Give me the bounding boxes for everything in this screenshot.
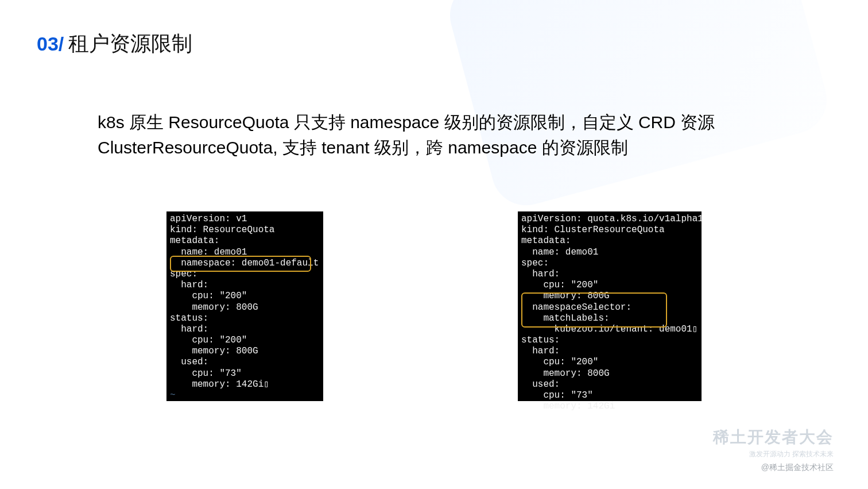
slide-title: 租户资源限制	[68, 30, 192, 58]
code-block-clusterresourcequota: apiVersion: quota.k8s.io/v1alpha1 kind: …	[518, 211, 702, 401]
watermark: 稀土开发者大会 激发开源动力 探索技术未来 @稀土掘金技术社区	[713, 426, 834, 473]
code-block-resourcequota: apiVersion: v1 kind: ResourceQuota metad…	[166, 211, 323, 401]
watermark-sub: 激发开源动力 探索技术未来	[713, 449, 834, 459]
code-container: apiVersion: v1 kind: ResourceQuota metad…	[98, 211, 770, 401]
watermark-attr: @稀土掘金技术社区	[713, 463, 834, 473]
slide-number: 03/	[37, 33, 64, 55]
watermark-main: 稀土开发者大会	[713, 426, 834, 448]
code-text-left: apiVersion: v1 kind: ResourceQuota metad…	[170, 214, 319, 390]
code-text-right: apiVersion: quota.k8s.io/v1alpha1 kind: …	[521, 214, 703, 411]
description-text: k8s 原生 ResourceQuota 只支持 namespace 级别的资源…	[98, 110, 770, 160]
tilde-marker: ~	[170, 390, 176, 401]
slide-content: k8s 原生 ResourceQuota 只支持 namespace 级别的资源…	[0, 58, 868, 401]
slide-header: 03/ 租户资源限制	[0, 0, 868, 58]
